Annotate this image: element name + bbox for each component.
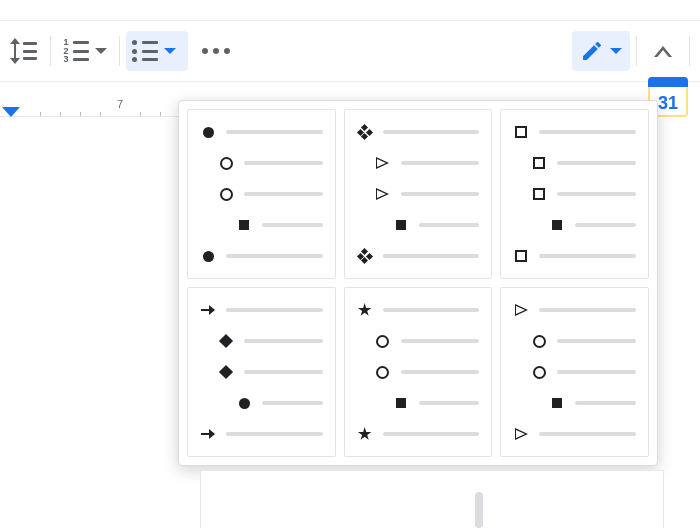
text-line-placeholder	[262, 401, 323, 405]
list-item	[513, 186, 636, 202]
arrow-open-icon	[376, 157, 389, 169]
bullet-symbol	[531, 333, 547, 349]
arrow-open-icon	[376, 188, 389, 200]
list-item	[200, 426, 323, 442]
more-icon	[202, 48, 230, 54]
bullet-symbol	[375, 333, 391, 349]
calendar-icon	[648, 77, 688, 87]
ring-icon	[376, 335, 389, 348]
bullet-style-option-arrowr-diamond-disc[interactable]	[187, 287, 336, 457]
text-line-placeholder	[557, 370, 636, 374]
list-item	[200, 124, 323, 140]
arrow-open-icon	[515, 428, 528, 440]
scrollbar-thumb[interactable]	[475, 492, 483, 528]
numbered-list-button[interactable]: 1 2 3	[57, 31, 113, 71]
list-item	[200, 333, 323, 349]
bullet-style-dropdown	[178, 100, 658, 466]
pencil-icon	[580, 39, 604, 63]
bullet-style-option-disc-ring-square[interactable]	[187, 109, 336, 279]
star-icon	[358, 303, 372, 317]
list-item	[357, 333, 480, 349]
toolbar-separator	[689, 36, 690, 66]
bullet-symbol	[531, 186, 547, 202]
ring-icon	[220, 188, 233, 201]
text-line-placeholder	[244, 370, 323, 374]
diamond-icon	[219, 334, 233, 348]
list-item	[200, 364, 323, 380]
list-item	[357, 364, 480, 380]
bullet-symbol	[218, 364, 234, 380]
text-line-placeholder	[575, 223, 636, 227]
text-line-placeholder	[557, 192, 636, 196]
toolbar-separator	[50, 36, 51, 66]
list-item	[513, 217, 636, 233]
collapse-button[interactable]	[643, 31, 683, 71]
line-spacing-button[interactable]	[4, 31, 44, 71]
bulleted-list-button[interactable]	[126, 31, 188, 71]
bullet-symbol	[513, 248, 529, 264]
list-item	[200, 395, 323, 411]
ruler[interactable]: 7	[0, 90, 180, 117]
bullet-style-option-star-ring-square[interactable]	[344, 287, 493, 457]
text-line-placeholder	[244, 192, 323, 196]
disc-icon	[203, 251, 214, 262]
calendar-day: 31	[658, 93, 678, 117]
document-page[interactable]	[200, 470, 664, 528]
bullet-style-option-arrowopen-ring-square[interactable]	[500, 287, 649, 457]
text-line-placeholder	[401, 192, 480, 196]
square-outline-icon	[533, 157, 545, 169]
text-line-placeholder	[226, 432, 323, 436]
bullet-symbol	[393, 217, 409, 233]
more-button[interactable]	[196, 31, 236, 71]
list-item	[357, 186, 480, 202]
ruler-label: 7	[117, 98, 123, 110]
text-line-placeholder	[401, 161, 480, 165]
bullet-symbol	[236, 395, 252, 411]
list-item	[200, 186, 323, 202]
text-line-placeholder	[557, 161, 636, 165]
square-outline-icon	[533, 188, 545, 200]
list-item	[357, 395, 480, 411]
bullet-symbol	[513, 426, 529, 442]
list-item	[357, 155, 480, 171]
text-line-placeholder	[383, 130, 480, 134]
toolbar-separator	[119, 36, 120, 66]
list-item	[513, 155, 636, 171]
line-spacing-icon	[11, 40, 37, 62]
bullet-symbol	[393, 395, 409, 411]
diamond-icon	[219, 365, 233, 379]
bullet-symbol	[357, 302, 373, 318]
list-item	[513, 395, 636, 411]
list-item	[357, 248, 480, 264]
square-outline-icon	[515, 250, 527, 262]
square-icon	[396, 398, 406, 408]
list-item	[200, 302, 323, 318]
bullet-symbol	[357, 248, 373, 264]
bullet-style-option-diamond4-arrowopen-square[interactable]	[344, 109, 493, 279]
text-line-placeholder	[575, 401, 636, 405]
text-line-placeholder	[419, 401, 480, 405]
bullet-symbol	[357, 124, 373, 140]
arrow-right-icon	[201, 305, 215, 315]
bullet-symbol	[531, 155, 547, 171]
bullet-symbol	[531, 364, 547, 380]
bullet-symbol	[375, 364, 391, 380]
bullet-symbol	[357, 426, 373, 442]
text-line-placeholder	[262, 223, 323, 227]
list-item	[513, 426, 636, 442]
list-item	[357, 426, 480, 442]
square-icon	[396, 220, 406, 230]
caret-down-icon	[95, 48, 107, 54]
list-item	[200, 248, 323, 264]
list-item	[357, 124, 480, 140]
bullet-symbol	[218, 333, 234, 349]
square-icon	[552, 398, 562, 408]
list-item	[513, 333, 636, 349]
bullet-style-option-squareo-squareo-square[interactable]	[500, 109, 649, 279]
indent-marker-icon[interactable]	[2, 107, 20, 117]
list-item	[357, 217, 480, 233]
bullet-symbol	[200, 426, 216, 442]
editing-mode-button[interactable]	[572, 31, 630, 71]
arrow-open-icon	[515, 304, 528, 316]
chevron-up-icon	[654, 46, 672, 57]
